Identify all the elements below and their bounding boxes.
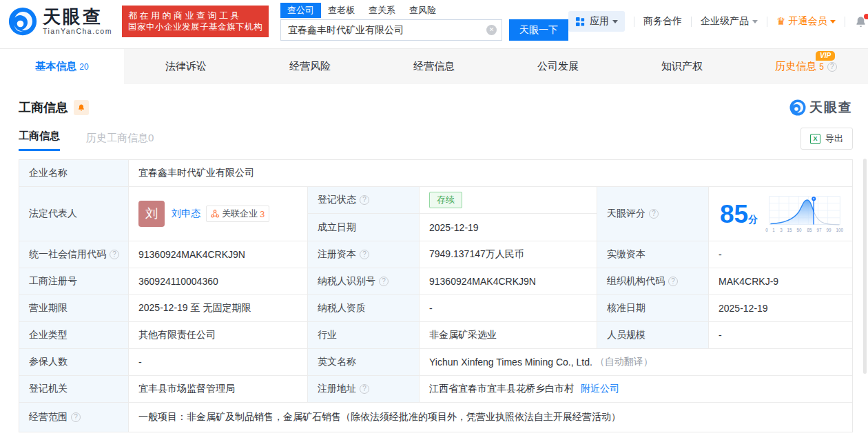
tab-legal-proceedings[interactable]: 法律诉讼 [124,49,248,84]
vip-badge: VIP [816,51,835,61]
header-divider [691,17,692,27]
tab-history-info-label: 历史信息 [775,60,816,73]
label-text: 工商注册号 [29,275,77,288]
label-text: 营业期限 [29,302,68,314]
tab-intellectual-property[interactable]: 知识产权 [620,49,744,84]
tab-basic-info-count: 20 [79,62,88,72]
tianyancha-logo[interactable]: 天眼查 TianYanCha.com [8,7,112,36]
value-text: 360924110004360 [138,276,218,287]
nearby-companies-link[interactable]: 附近公司 [581,383,619,395]
tab-company-development[interactable]: 公司发展 [496,49,620,84]
axis-tick: 3 [780,228,783,232]
score-axis-labels: 0 1 3 15 50 85 97 99 100 [765,228,844,232]
value-text: 2025-12-19 [719,303,768,314]
search-input[interactable] [280,19,502,41]
axis-tick: 0 [765,228,768,232]
tianyancha-logo-icon [789,99,806,116]
search-tab-boss[interactable]: 查老板 [321,3,362,18]
tab-operation-info[interactable]: 经营信息 [372,49,496,84]
enterprise-products-label: 企业级产品 [701,15,749,28]
chevron-down-icon [830,20,836,23]
legal-rep-link[interactable]: 刘申态 [172,208,200,220]
establish-date-value: 2025-12-19 [420,214,597,241]
tab-operation-risk[interactable]: 经营风险 [248,49,372,84]
help-icon[interactable]: ? [360,195,369,205]
clear-icon[interactable]: ✕ [486,25,497,35]
help-icon[interactable]: ? [379,277,389,286]
tab-history-info[interactable]: VIP 历史信息 5 ? [744,49,868,84]
promo-banner: 都在用的商业查询工具 国家中小企业发展子基金旗下机构 [122,6,269,37]
label-text: 登记机关 [29,383,68,395]
tyc-score-value: 85分 [709,187,852,241]
value-text: 宜丰县市场监督管理局 [138,383,235,395]
tab-basic-info[interactable]: 基本信息 20 [0,49,124,84]
subscribe-bell-button[interactable] [74,100,89,115]
reg-authority-value: 宜丰县市场监督管理局 [129,376,308,403]
value-text: 宜春鑫丰时代矿业有限公司 [138,167,254,179]
reg-capital-value: 7949.137147万人民币 [420,241,597,268]
tyc-score-label: 天眼评分? [597,187,709,241]
label-text: 注册资本 [318,248,356,261]
enterprise-products-menu[interactable]: 企业级产品 [701,15,758,28]
insured-count-value: - [129,349,308,376]
search-tab-risk[interactable]: 查风险 [402,3,443,18]
help-icon[interactable]: ? [649,209,659,219]
value-text: 非金属矿采选业 [429,329,497,341]
crown-icon: ♛ [776,15,785,28]
apps-label: 应用 [590,15,609,28]
label-text: 统一社会信用代码 [29,248,106,261]
value-text: MAK4CRKJ-9 [719,276,778,287]
export-button[interactable]: X 导出 [800,128,853,150]
status-badge: 存续 [429,192,462,208]
label-text: 核准日期 [607,302,645,314]
help-icon[interactable]: ? [668,277,678,286]
business-info-table: 企业名称 宜春鑫丰时代矿业有限公司 法定代表人 刘 刘申态 关联企业 3 [19,159,853,432]
label-text: 天眼评分 [607,208,645,220]
help-icon[interactable]: ? [360,250,369,259]
search-tab-company[interactable]: 查公司 [280,3,321,18]
search-tab-relation[interactable]: 查关系 [362,3,402,18]
credit-code-value: 91360924MAK4CRKJ9N [129,241,308,268]
search-button[interactable]: 天眼一下 [509,19,568,41]
tab-operation-risk-label: 经营风险 [289,60,331,73]
help-icon[interactable]: ? [71,412,81,422]
taxpayer-id-value: 91360924MAK4CRKJ9N [420,268,597,295]
open-vip-menu[interactable]: ♛ 开通会员 [776,15,836,28]
promo-line1: 都在用的商业查询工具 [128,10,262,21]
avatar[interactable]: 刘 [138,201,165,227]
notifications-bell[interactable] [854,15,867,28]
reg-number-label: 工商注册号 [19,268,129,295]
search-area: 查公司 查老板 查关系 查风险 ✕ 天眼一下 [280,2,568,41]
subtab-row: 工商信息 历史工商信息0 X 导出 [19,128,853,151]
value-text: - [138,357,142,368]
related-companies-badge[interactable]: 关联企业 3 [206,206,269,222]
scrollbar[interactable] [863,159,867,374]
axis-tick: 99 [826,228,831,232]
value-text: 2025-12-19 至 无固定期限 [138,302,251,314]
value-text: - [429,303,433,314]
subtab-business-info[interactable]: 工商信息 [19,130,60,151]
excel-icon: X [810,134,820,144]
label-text: 经营范围 [29,411,68,423]
tianyancha-watermark: 天眼查 [789,99,853,117]
apps-menu[interactable]: 应用 [568,11,625,32]
axis-tick: 85 [807,228,812,232]
taxpayer-quality-label: 纳税人资质 [308,295,420,322]
business-term-value: 2025-12-19 至 无固定期限 [129,295,308,322]
top-header: 天眼查 TianYanCha.com 都在用的商业查询工具 国家中小企业发展子基… [0,0,868,43]
approval-date-value: 2025-12-19 [709,295,852,322]
value-text: 江西省宜春市宜丰县花桥乡白市村 [429,383,574,395]
subtab-history-business-info[interactable]: 历史工商信息0 [86,132,154,151]
business-cooperation-link[interactable]: 商务合作 [643,15,682,28]
value-text: 7949.137147万人民币 [429,248,524,261]
search-box: ✕ [280,19,502,41]
help-icon[interactable]: ? [110,250,119,259]
apps-grid-icon [575,17,586,27]
brand-domain: TianYanCha.com [43,27,112,35]
business-scope-label: 经营范围? [19,403,129,432]
company-name-value: 宜春鑫丰时代矿业有限公司 [129,160,852,187]
help-icon[interactable]: ? [827,62,837,72]
label-text: 英文名称 [318,356,356,368]
help-icon[interactable]: ? [360,384,369,394]
export-label: 导出 [825,132,843,145]
